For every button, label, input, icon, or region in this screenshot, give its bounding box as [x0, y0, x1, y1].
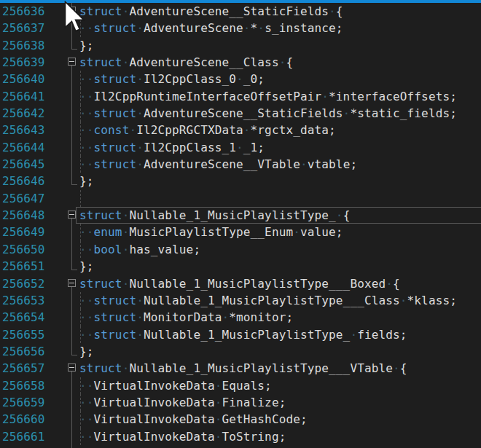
- line-number: 256660: [2, 411, 45, 428]
- code-text: ··const·Il2CppRGCTXData·*rgctx_data;: [79, 122, 336, 138]
- code-text: ··VirtualInvokeData·Equals;: [79, 377, 272, 394]
- code-line[interactable]: 256639struct·AdventureScene__Class·{: [0, 54, 481, 71]
- fold-extent-end-tick: [71, 184, 77, 185]
- fold-extent-line: [71, 428, 72, 445]
- line-number: 256656: [2, 343, 45, 360]
- code-line[interactable]: 256659··VirtualInvokeData·Finalize;: [0, 394, 481, 411]
- code-text: ··struct·Nullable_1_MusicPlaylistType_·f…: [79, 326, 407, 343]
- line-number: 256662: [2, 445, 45, 448]
- fold-collapse-toggle-icon[interactable]: [68, 58, 76, 66]
- fold-collapse-toggle-icon[interactable]: [68, 211, 76, 219]
- fold-extent-end-tick: [71, 49, 77, 50]
- fold-extent-line: [71, 139, 72, 156]
- line-number: 256645: [2, 156, 45, 173]
- fold-extent-line: [71, 105, 72, 122]
- line-number: 256640: [2, 71, 45, 87]
- fold-extent-end-tick: [71, 355, 77, 355]
- fold-collapse-toggle-icon[interactable]: [68, 279, 76, 287]
- code-text: ··struct·Il2CppClass_1·_1;: [79, 139, 265, 156]
- fold-extent-line: [71, 66, 72, 71]
- code-line[interactable]: 256657struct·Nullable_1_MusicPlaylistTyp…: [0, 360, 481, 377]
- code-line[interactable]: 256637··struct·AdventureScene·*·s_instan…: [0, 20, 481, 36]
- line-number: 256647: [2, 190, 45, 207]
- line-number: 256642: [2, 105, 45, 122]
- line-number: 256654: [2, 309, 45, 326]
- code-text: };: [79, 258, 94, 275]
- code-line[interactable]: 256653··struct·Nullable_1_MusicPlaylistT…: [0, 292, 481, 309]
- code-text: ··struct·AdventureScene__VTable·vtable;: [79, 156, 357, 173]
- line-number: 256661: [2, 428, 45, 445]
- code-line[interactable]: 256636struct·AdventureScene__StaticField…: [0, 3, 481, 20]
- code-line[interactable]: 256651};: [0, 258, 481, 275]
- code-text: ··enum·MusicPlaylistType__Enum·value;: [79, 224, 343, 240]
- line-number: 256648: [2, 207, 45, 224]
- fold-extent-line: [71, 173, 72, 185]
- line-number: 256651: [2, 258, 45, 275]
- code-text: };: [79, 445, 94, 448]
- line-number: 256637: [2, 20, 45, 36]
- fold-extent-line: [71, 445, 72, 448]
- code-line[interactable]: 256648struct·Nullable_1_MusicPlaylistTyp…: [0, 207, 481, 224]
- fold-collapse-toggle-icon[interactable]: [68, 7, 76, 15]
- code-text: ··struct·Nullable_1_MusicPlaylistType___…: [79, 292, 457, 309]
- fold-extent-line: [71, 88, 72, 105]
- code-text: ··struct·MonitorData·*monitor;: [79, 309, 293, 326]
- code-text: ··VirtualInvokeData·Finalize;: [79, 394, 286, 411]
- line-number: 256650: [2, 241, 45, 258]
- code-line[interactable]: 256647: [0, 190, 481, 207]
- fold-extent-line: [71, 411, 72, 428]
- code-text: struct·AdventureScene__StaticFields·{: [79, 3, 343, 20]
- code-line[interactable]: 256646};: [0, 173, 481, 189]
- code-text: struct·Nullable_1_MusicPlaylistType_·{: [79, 207, 350, 224]
- code-line[interactable]: 256644··struct·Il2CppClass_1·_1;: [0, 139, 481, 156]
- code-text: };: [79, 343, 94, 360]
- code-line[interactable]: 256640··struct·Il2CppClass_0·_0;: [0, 71, 481, 87]
- line-number: 256659: [2, 394, 45, 411]
- code-line[interactable]: 256660··VirtualInvokeData·GetHashCode;: [0, 411, 481, 428]
- code-line[interactable]: 256638};: [0, 37, 481, 54]
- fold-collapse-toggle-icon[interactable]: [68, 363, 76, 372]
- line-number: 256646: [2, 173, 45, 189]
- code-line[interactable]: 256642··struct·AdventureScene__StaticFie…: [0, 105, 481, 122]
- code-text: struct·AdventureScene__Class·{: [79, 54, 293, 71]
- fold-extent-line: [71, 372, 72, 377]
- fold-extent-line: [71, 343, 72, 355]
- line-number: 256653: [2, 292, 45, 309]
- fold-extent-line: [71, 15, 72, 20]
- code-line[interactable]: 256654··struct·MonitorData·*monitor;: [0, 309, 481, 326]
- fold-extent-line: [71, 219, 72, 224]
- code-line[interactable]: 256641··Il2CppRuntimeInterfaceOffsetPair…: [0, 88, 481, 105]
- indent-guide: [80, 190, 81, 207]
- fold-extent-end-tick: [71, 270, 77, 270]
- code-text: ··struct·AdventureScene·*·s_instance;: [79, 20, 343, 36]
- line-number: 256644: [2, 139, 45, 156]
- line-number: 256649: [2, 224, 45, 240]
- code-line[interactable]: 256655··struct·Nullable_1_MusicPlaylistT…: [0, 326, 481, 343]
- code-line[interactable]: 256649··enum·MusicPlaylistType__Enum·val…: [0, 224, 481, 240]
- code-line[interactable]: 256645··struct·AdventureScene__VTable·vt…: [0, 156, 481, 173]
- line-number: 256657: [2, 360, 45, 377]
- line-number: 256643: [2, 122, 45, 138]
- code-line[interactable]: 256658··VirtualInvokeData·Equals;: [0, 377, 481, 394]
- fold-extent-line: [71, 287, 72, 292]
- fold-extent-line: [71, 258, 72, 270]
- fold-extent-line: [71, 377, 72, 394]
- code-line[interactable]: 256662};: [0, 445, 481, 448]
- line-number: 256655: [2, 326, 45, 343]
- code-text: ··struct·Il2CppClass_0·_0;: [79, 71, 265, 87]
- code-line[interactable]: 256661··VirtualInvokeData·ToString;: [0, 428, 481, 445]
- code-editor[interactable]: 256636struct·AdventureScene__StaticField…: [0, 3, 481, 448]
- line-number: 256638: [2, 37, 45, 54]
- code-line[interactable]: 256652struct·Nullable_1_MusicPlaylistTyp…: [0, 275, 481, 292]
- code-line[interactable]: 256643··const·Il2CppRGCTXData·*rgctx_dat…: [0, 122, 481, 138]
- code-text: struct·Nullable_1_MusicPlaylistType___VT…: [79, 360, 407, 377]
- line-number: 256636: [2, 3, 45, 20]
- code-line[interactable]: 256656};: [0, 343, 481, 360]
- fold-extent-line: [71, 224, 72, 240]
- line-number: 256641: [2, 88, 45, 105]
- code-text: };: [79, 173, 94, 189]
- fold-extent-line: [71, 309, 72, 326]
- fold-extent-line: [71, 37, 72, 50]
- code-line[interactable]: 256650··bool·has_value;: [0, 241, 481, 258]
- fold-extent-line: [71, 20, 72, 36]
